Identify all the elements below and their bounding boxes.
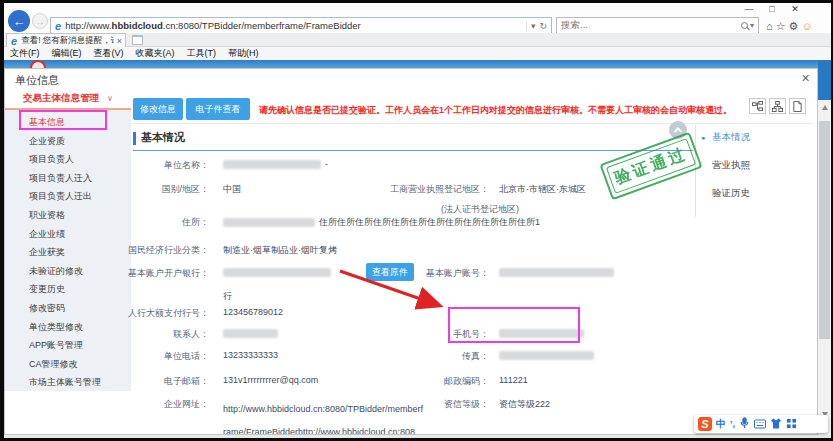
section-title: 基本情况 (141, 130, 185, 145)
redacted-value (223, 218, 315, 227)
skin-shirt-icon[interactable] (770, 415, 782, 433)
modal-title: 单位信息 (15, 73, 59, 88)
structure-icon[interactable] (749, 98, 766, 114)
refresh-icon[interactable]: ↻ (539, 21, 547, 31)
anchor-nav-label: 营业执照 (712, 159, 750, 172)
smiley-icon[interactable]: ☺ (801, 20, 812, 32)
search-input[interactable]: 搜索... ▾ (556, 17, 759, 34)
sogou-logo-icon[interactable]: S (698, 417, 712, 431)
field-label: 基本账户开户银行： (109, 267, 209, 280)
favorites-icon[interactable]: ☆ (776, 20, 786, 33)
ie-favicon: e (55, 20, 61, 32)
punctuation-icon[interactable]: ’, (730, 419, 735, 429)
field-label: 基本账户账号： (389, 267, 489, 280)
field-label: 手机号： (389, 328, 489, 341)
anchor-nav-label: 验证历史 (712, 187, 750, 200)
back-button[interactable]: ← (8, 10, 30, 32)
org-chart-icon[interactable] (769, 98, 786, 114)
field-value-postcode: 111221 (499, 375, 528, 385)
field-label: 企业网址： (109, 398, 209, 411)
scroll-up-button[interactable] (818, 100, 831, 114)
redacted-value (499, 268, 614, 277)
menu-item[interactable]: 工具(T) (187, 47, 217, 60)
field-value-bank (223, 267, 335, 277)
search-icon[interactable] (741, 22, 748, 29)
scroll-up-icon (822, 105, 828, 110)
browser-tab[interactable]: e 查看! 您有新消息提醒，请... × (6, 33, 126, 47)
scrollbar-thumb[interactable] (819, 121, 830, 339)
field-value-biz-region: 北京市·市辖区·东城区 (499, 183, 586, 196)
search-dropdown-icon[interactable]: ▾ (750, 21, 754, 30)
field-value-fax (499, 350, 598, 360)
sidebar-item[interactable]: 变更历史 (5, 280, 131, 299)
tab-row: e 查看! 您有新消息提醒，请... × (4, 33, 831, 47)
chinese-mode-icon[interactable]: 中 (716, 417, 726, 431)
tab-close-icon[interactable]: × (114, 36, 125, 46)
bullet-icon: ● (699, 134, 707, 141)
sidebar-item[interactable]: 企业资质 (5, 132, 131, 151)
anchor-nav: ● 基本情况 营业执照 验证历史 (699, 123, 809, 207)
field-label: 单位名称： (109, 159, 209, 172)
field-value-address: 住所住所住所住所住所住所住所住所住所住所住所住所1 (223, 216, 540, 229)
anchor-nav-item[interactable]: 验证历史 (699, 179, 809, 207)
field-label: 人行大额支付行号： (109, 307, 209, 320)
maximize-button[interactable]: □ (765, 4, 779, 14)
field-value-mobile (499, 328, 588, 338)
field-value-unit-name: - (223, 159, 328, 169)
field-value-contact (223, 328, 282, 338)
document-icon[interactable] (789, 98, 806, 114)
menu-item[interactable]: 收藏夹(A) (136, 47, 175, 60)
scrollbar[interactable] (818, 100, 831, 435)
field-value-phone: 13233333333 (223, 350, 278, 360)
new-tab-button[interactable] (132, 35, 143, 45)
tab-favicon: e (11, 35, 17, 47)
e-attachment-view-button[interactable]: 电子件查看 (186, 98, 250, 120)
url-text: http://www.hbbidcloud.cn:8080/TPBidder/m… (65, 20, 526, 31)
redacted-value (223, 268, 331, 277)
menu-item[interactable]: 编辑(E) (52, 47, 82, 60)
verification-notice: 请先确认信息是否已提交验证。工作人员会在1个工作日内对提交的信息进行审核。不需要… (259, 104, 732, 117)
anchor-nav-label: 基本情况 (712, 131, 750, 144)
toolbox-grid-icon[interactable] (786, 415, 797, 433)
field-label: 单位电话： (109, 350, 209, 363)
field-value-country: 中国 (223, 183, 241, 196)
menu-item[interactable]: 查看(V) (94, 47, 124, 60)
forward-icon: → (35, 16, 45, 27)
back-icon: ← (13, 14, 26, 29)
divider (695, 125, 696, 217)
field-label: 传真： (389, 350, 489, 363)
redacted-value (499, 329, 584, 338)
browser-chrome: ← → e http://www.hbbidcloud.cn:8080/TPBi… (4, 3, 831, 33)
sidebar-item[interactable]: 基本信息 (5, 113, 131, 132)
field-value-industry: 制造业·烟草制品业·烟叶复烤 (223, 244, 337, 257)
modify-info-button[interactable]: 修改信息 (133, 98, 183, 120)
field-label: 国民经济行业分类： (109, 244, 209, 257)
close-window-button[interactable]: ✕ (788, 4, 802, 14)
site-logo (30, 60, 46, 68)
redacted-value (223, 160, 321, 169)
tab-title: 查看! 您有新消息提醒，请... (21, 35, 114, 47)
redacted-value (499, 351, 594, 360)
field-label: 联系人： (109, 328, 209, 341)
url-bar[interactable]: e http://www.hbbidcloud.cn:8080/TPBidder… (50, 17, 552, 34)
menu-item[interactable]: 帮助(H) (228, 47, 259, 60)
menu-item[interactable]: 文件(F) (10, 47, 40, 60)
keyboard-icon[interactable] (754, 415, 766, 433)
sidebar-header[interactable]: 交易主体信息管理 ∨ (5, 89, 131, 110)
microphone-icon[interactable] (739, 415, 750, 433)
settings-icon[interactable]: ⚙ (789, 20, 799, 33)
sogou-input-bar[interactable]: S 中 ’, (694, 415, 828, 433)
anchor-nav-item[interactable]: 营业执照 (699, 151, 809, 179)
screen: ← → e http://www.hbbidcloud.cn:8080/TPBi… (0, 0, 833, 441)
sidebar-header-label: 交易主体信息管理 (23, 92, 99, 105)
page-edge-strip (818, 60, 831, 100)
anchor-nav-item[interactable]: ● 基本情况 (699, 123, 809, 151)
field-value-bank-line2: 行 (223, 290, 232, 303)
field-sublabel: (法人证书登记地区) (425, 203, 535, 216)
field-label: 邮政编码： (389, 375, 489, 388)
minimize-button[interactable]: — (742, 4, 756, 14)
url-dropdown-icon[interactable]: ▾ (531, 21, 536, 31)
modal-close-button[interactable]: ✕ (801, 72, 810, 85)
home-icon[interactable]: ⌂ (766, 20, 773, 32)
forward-button[interactable]: → (32, 13, 48, 29)
